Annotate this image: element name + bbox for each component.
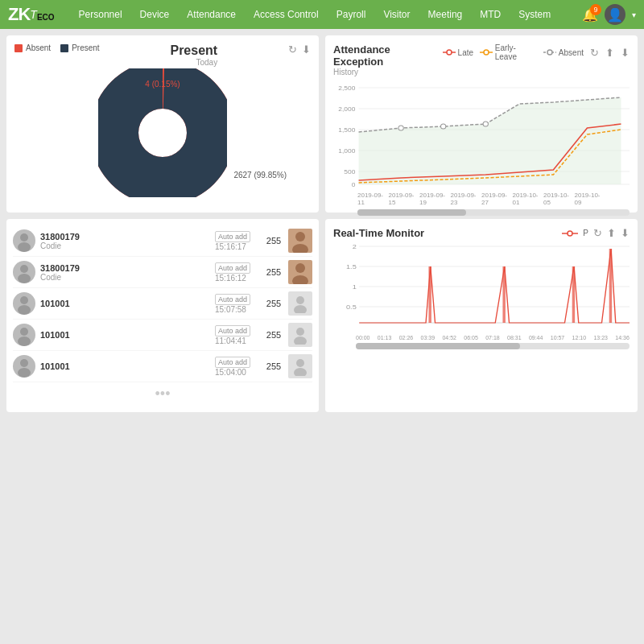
earlyleave-legend: Early-Leave	[480, 43, 537, 61]
activity-action: Auto add15:16:12	[215, 262, 259, 283]
avatar	[13, 292, 35, 315]
svg-text:0.5: 0.5	[346, 303, 357, 311]
present-subtitle: Today	[196, 58, 217, 67]
avatar	[13, 261, 35, 283]
att-upload-icon[interactable]: ⬆	[605, 47, 614, 59]
activity-num: 255	[264, 330, 283, 340]
nav-item-personnel[interactable]: Personnel	[71, 4, 130, 25]
realtime-legend-icon	[562, 229, 578, 237]
svg-point-29	[18, 274, 31, 283]
realtime-title: Real-Time Monitor	[333, 227, 424, 239]
table-row: 31800179CodieAuto add15:16:12255	[13, 257, 312, 288]
activity-time: 15:16:12	[215, 274, 246, 283]
x-axis-labels: 2019-09-11 2019-09-15 2019-09-19 2019-09…	[333, 192, 630, 206]
activity-time: 15:04:00	[215, 368, 246, 377]
svg-rect-58	[572, 266, 575, 323]
activity-photo	[288, 260, 312, 284]
nav-item-payroll[interactable]: Payroll	[328, 4, 374, 25]
attendance-chart-svg: 2,500 2,000 1,500 1,000 500 0	[333, 80, 630, 192]
svg-point-7	[547, 50, 552, 55]
notification-badge: 9	[590, 4, 601, 15]
nav-right: 🔔 9 👤 ▾	[582, 4, 636, 25]
attendance-title: Attendance Exception	[333, 43, 443, 68]
svg-text:2: 2	[353, 243, 357, 250]
svg-point-37	[18, 336, 31, 346]
nav-item-attendance[interactable]: Attendance	[179, 4, 244, 25]
activity-action: Auto add15:04:00	[215, 357, 259, 377]
activity-info: 31800179Codie	[40, 263, 210, 282]
brand-t: T	[30, 8, 37, 21]
absent-att-label: Absent	[559, 48, 584, 57]
nav-item-system[interactable]: System	[510, 4, 559, 25]
activity-id: 101001	[40, 330, 210, 340]
rt-scrollbar-thumb[interactable]	[356, 343, 520, 349]
absent-label: Absent	[26, 43, 51, 52]
realtime-chart-svg: 2 1.5 1 0.5	[333, 242, 630, 332]
auto-add-badge: Auto add	[215, 325, 250, 336]
att-scrollbar[interactable]	[357, 209, 630, 216]
svg-point-38	[296, 328, 304, 336]
svg-point-43	[294, 368, 307, 376]
dropdown-arrow[interactable]: ▾	[632, 10, 636, 19]
avatar	[13, 324, 35, 346]
realtime-monitor-card: Real-Time Monitor P ↻ ⬆ ⬇	[325, 219, 638, 412]
svg-point-27	[292, 244, 308, 253]
rt-download-icon[interactable]: ⬇	[621, 227, 630, 239]
svg-point-35	[294, 305, 307, 313]
user-avatar[interactable]: 👤	[605, 4, 625, 25]
realtime-legend-p: P	[583, 229, 588, 237]
refresh-icon[interactable]: ↻	[288, 43, 297, 56]
svg-point-34	[296, 296, 304, 304]
brand-logo[interactable]: ZK T ECO	[8, 4, 55, 25]
absent-legend: Absent	[14, 43, 51, 52]
svg-text:500: 500	[344, 168, 355, 175]
navbar: ZK T ECO PersonnelDeviceAttendanceAccess…	[0, 0, 644, 29]
notification-bell[interactable]: 🔔 9	[582, 7, 598, 23]
att-refresh-icon[interactable]: ↻	[590, 47, 599, 59]
svg-text:1.5: 1.5	[346, 263, 357, 270]
nav-item-visitor[interactable]: Visitor	[375, 4, 418, 25]
svg-text:0: 0	[352, 181, 356, 188]
activity-info: 101001	[40, 361, 210, 371]
svg-text:2,000: 2,000	[338, 105, 355, 113]
attendance-chart: 2,500 2,000 1,500 1,000 500 0	[333, 80, 630, 204]
activity-photo	[288, 354, 312, 378]
svg-point-24	[20, 233, 28, 242]
table-row: 101001Auto add15:04:00255	[13, 351, 312, 382]
nav-item-access-control[interactable]: Access Control	[246, 4, 327, 25]
nav-item-meeting[interactable]: Meeting	[420, 4, 471, 25]
present-label: Present	[72, 43, 99, 52]
activity-photo	[288, 229, 312, 253]
bottom-row: 31800179CodieAuto add15:16:1725531800179…	[6, 219, 638, 412]
svg-text:2,500: 2,500	[338, 85, 355, 92]
att-scrollbar-thumb[interactable]	[357, 209, 466, 216]
activity-num: 255	[264, 299, 283, 308]
svg-point-36	[20, 328, 28, 336]
earlyleave-line-icon	[480, 49, 493, 56]
nav-items: PersonnelDeviceAttendanceAccess ControlP…	[71, 4, 582, 25]
svg-point-26	[295, 232, 305, 242]
activity-action: Auto add15:16:17	[215, 231, 259, 251]
rt-scrollbar[interactable]	[356, 343, 630, 349]
att-download-icon[interactable]: ⬇	[621, 47, 630, 59]
brand-zk: ZK	[8, 4, 30, 25]
rt-refresh-icon[interactable]: ↻	[593, 227, 602, 239]
auto-add-badge: Auto add	[215, 262, 250, 274]
activity-time: 11:04:41	[215, 336, 246, 345]
rt-upload-icon[interactable]: ⬆	[607, 227, 616, 239]
nav-item-device[interactable]: Device	[132, 4, 178, 25]
nav-item-mtd[interactable]: MTD	[472, 4, 509, 25]
activity-name: Codie	[40, 273, 210, 282]
att-legend: Late Early-Leave Absent	[443, 43, 584, 61]
svg-text:1,500: 1,500	[338, 126, 355, 134]
svg-point-42	[296, 359, 304, 367]
svg-point-32	[20, 296, 28, 304]
absent-dot	[14, 44, 23, 52]
user-icon: 👤	[607, 7, 623, 23]
svg-point-25	[18, 242, 31, 252]
loading-indicator: •••	[13, 382, 312, 406]
auto-add-badge: Auto add	[215, 231, 250, 242]
download-icon[interactable]: ⬇	[302, 43, 311, 56]
activity-list: 31800179CodieAuto add15:16:1725531800179…	[13, 225, 312, 382]
activity-photo	[288, 291, 312, 316]
